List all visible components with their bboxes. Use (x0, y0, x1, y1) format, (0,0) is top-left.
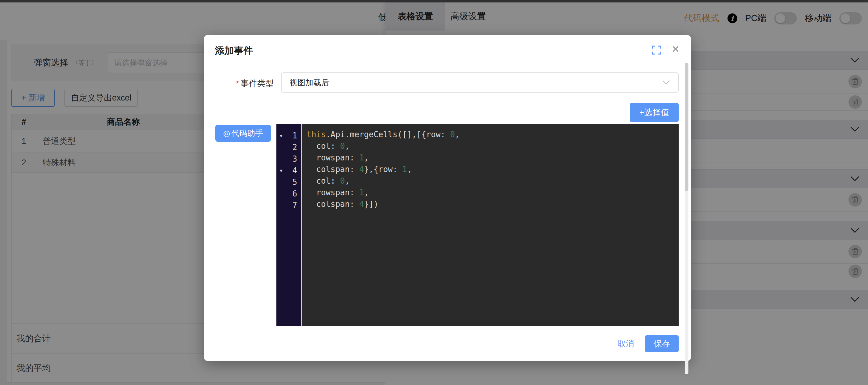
code-line: colspan: 4}]) (307, 200, 679, 211)
code-editor[interactable]: ▼123▼4567 this.Api.mergeCells([],[{row: … (276, 124, 679, 326)
code-assistant-label: 代码助手 (231, 128, 263, 139)
code-line: col: 0, (307, 176, 679, 188)
fold-arrow-icon[interactable]: ▼ (279, 168, 283, 173)
save-button[interactable]: 保存 (645, 335, 679, 352)
event-type-label: *事件类型 (204, 78, 274, 89)
code-line: col: 0, (307, 142, 679, 153)
code-assistant-button[interactable]: ◎ 代码助手 (215, 125, 271, 142)
choose-value-button[interactable]: +选择值 (630, 103, 679, 122)
fold-arrow-icon[interactable]: ▼ (279, 133, 283, 139)
modal-scrollbar-thumb[interactable] (685, 63, 688, 191)
event-type-value: 视图加载后 (289, 77, 662, 88)
line-number: 1 (292, 131, 297, 140)
cancel-button[interactable]: 取消 (618, 338, 634, 349)
line-number: 5 (292, 178, 297, 187)
editor-code-area[interactable]: this.Api.mergeCells([],[{row: 0, col: 0,… (302, 124, 679, 326)
editor-gutter: ▼123▼4567 (276, 124, 301, 326)
close-icon[interactable]: ✕ (670, 43, 682, 55)
modal-footer: 取消 保存 (618, 335, 679, 352)
line-number: 6 (292, 189, 297, 198)
line-number: 2 (292, 143, 297, 152)
screen: 低 表格设置 高级设置 代码模式 i PC端 移动端 弹窗选择 〈等于〉 + 新… (0, 0, 868, 385)
event-type-select[interactable]: 视图加载后 (281, 72, 679, 93)
line-number: 3 (292, 154, 297, 164)
fullscreen-icon[interactable] (652, 46, 661, 55)
code-assistant-icon: ◎ (223, 129, 230, 138)
chevron-down-icon (662, 80, 670, 85)
code-line: colspan: 4},{row: 1, (307, 165, 679, 176)
modal-title: 添加事件 (215, 44, 253, 57)
code-line: this.Api.mergeCells([],[{row: 0, (307, 130, 679, 142)
add-event-modal: 添加事件 ✕ *事件类型 视图加载后 +选择值 ◎ 代码助手 ▼123▼4567… (204, 35, 691, 361)
line-number: 7 (292, 201, 297, 210)
code-line: rowspan: 1, (307, 188, 679, 200)
code-line: rowspan: 1, (307, 153, 679, 165)
required-mark: * (236, 79, 239, 88)
line-number: 4 (292, 166, 297, 175)
